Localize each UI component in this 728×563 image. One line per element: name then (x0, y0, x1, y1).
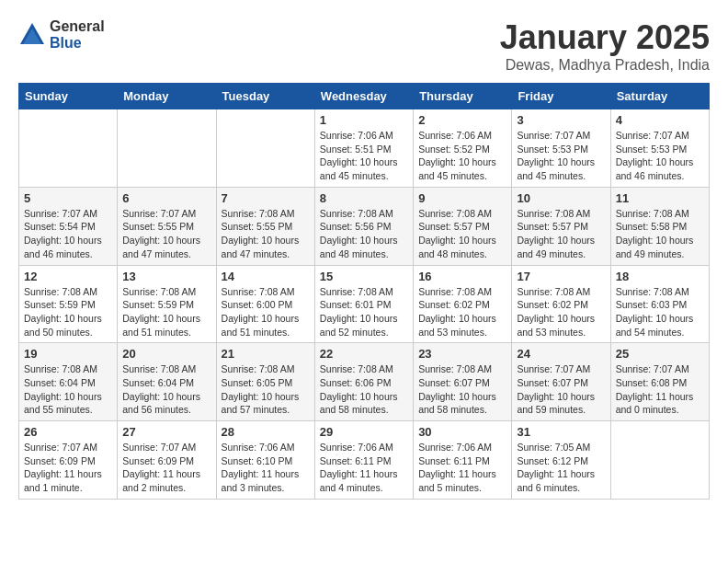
day-number: 25 (616, 347, 704, 361)
day-number: 20 (122, 347, 210, 361)
day-info: Sunrise: 7:07 AMSunset: 6:07 PMDaylight:… (517, 362, 605, 417)
day-number: 26 (24, 425, 112, 439)
page-header: General Blue January 2025 Dewas, Madhya … (18, 18, 710, 74)
calendar-cell: 24Sunrise: 7:07 AMSunset: 6:07 PMDayligh… (512, 343, 610, 421)
day-number: 1 (320, 113, 408, 127)
day-info: Sunrise: 7:08 AMSunset: 6:00 PMDaylight:… (222, 285, 310, 339)
calendar-cell: 18Sunrise: 7:08 AMSunset: 6:03 PMDayligh… (610, 265, 709, 343)
header-monday: Monday (118, 84, 216, 109)
day-info: Sunrise: 7:08 AMSunset: 6:02 PMDaylight:… (517, 285, 605, 339)
day-number: 28 (222, 425, 310, 439)
day-info: Sunrise: 7:08 AMSunset: 5:59 PMDaylight:… (122, 285, 210, 339)
day-info: Sunrise: 7:08 AMSunset: 6:07 PMDaylight:… (418, 362, 506, 417)
calendar-cell: 9Sunrise: 7:08 AMSunset: 5:57 PMDaylight… (414, 187, 512, 265)
calendar-week-2: 5Sunrise: 7:07 AMSunset: 5:54 PMDaylight… (19, 187, 710, 265)
calendar-cell: 10Sunrise: 7:08 AMSunset: 5:57 PMDayligh… (512, 187, 610, 265)
logo-icon (18, 21, 46, 49)
day-number: 14 (222, 270, 310, 283)
header-tuesday: Tuesday (216, 84, 314, 109)
calendar-subtitle: Dewas, Madhya Pradesh, India (500, 57, 710, 74)
day-number: 9 (418, 191, 506, 205)
calendar-week-4: 19Sunrise: 7:08 AMSunset: 6:04 PMDayligh… (19, 343, 710, 421)
day-info: Sunrise: 7:07 AMSunset: 5:55 PMDaylight:… (122, 207, 210, 261)
calendar-cell: 1Sunrise: 7:06 AMSunset: 5:51 PMDaylight… (314, 109, 413, 188)
calendar-cell (19, 109, 118, 188)
day-info: Sunrise: 7:06 AMSunset: 6:11 PMDaylight:… (320, 441, 408, 495)
day-number: 5 (24, 191, 112, 205)
day-info: Sunrise: 7:08 AMSunset: 6:04 PMDaylight:… (122, 362, 210, 417)
day-info: Sunrise: 7:07 AMSunset: 6:08 PMDaylight:… (616, 362, 704, 417)
day-number: 8 (320, 191, 408, 205)
day-info: Sunrise: 7:07 AMSunset: 5:54 PMDaylight:… (24, 207, 112, 261)
calendar-cell (610, 421, 709, 500)
calendar-cell: 15Sunrise: 7:08 AMSunset: 6:01 PMDayligh… (314, 265, 413, 343)
calendar-cell: 28Sunrise: 7:06 AMSunset: 6:10 PMDayligh… (216, 421, 314, 500)
day-info: Sunrise: 7:06 AMSunset: 5:52 PMDaylight:… (418, 129, 506, 183)
calendar-cell: 30Sunrise: 7:06 AMSunset: 6:11 PMDayligh… (414, 421, 512, 500)
day-number: 27 (122, 425, 210, 439)
calendar-cell: 19Sunrise: 7:08 AMSunset: 6:04 PMDayligh… (19, 343, 118, 421)
header-row: Sunday Monday Tuesday Wednesday Thursday… (19, 84, 710, 109)
calendar-cell: 25Sunrise: 7:07 AMSunset: 6:08 PMDayligh… (610, 343, 709, 421)
day-info: Sunrise: 7:06 AMSunset: 6:10 PMDaylight:… (222, 441, 310, 495)
day-number: 6 (122, 191, 210, 205)
day-number: 22 (320, 347, 408, 361)
day-info: Sunrise: 7:07 AMSunset: 6:09 PMDaylight:… (24, 441, 112, 495)
day-info: Sunrise: 7:08 AMSunset: 5:59 PMDaylight:… (24, 285, 112, 339)
day-number: 19 (24, 347, 112, 361)
logo-text: General Blue (50, 18, 105, 51)
calendar-cell: 27Sunrise: 7:07 AMSunset: 6:09 PMDayligh… (118, 421, 216, 500)
calendar-cell: 4Sunrise: 7:07 AMSunset: 5:53 PMDaylight… (610, 109, 709, 188)
day-info: Sunrise: 7:08 AMSunset: 6:01 PMDaylight:… (320, 285, 408, 339)
day-info: Sunrise: 7:05 AMSunset: 6:12 PMDaylight:… (517, 441, 605, 495)
logo-blue-text: Blue (50, 35, 105, 52)
calendar-cell: 13Sunrise: 7:08 AMSunset: 5:59 PMDayligh… (118, 265, 216, 343)
day-info: Sunrise: 7:08 AMSunset: 5:57 PMDaylight:… (418, 207, 506, 261)
day-info: Sunrise: 7:08 AMSunset: 6:05 PMDaylight:… (222, 362, 310, 417)
day-info: Sunrise: 7:08 AMSunset: 5:56 PMDaylight:… (320, 207, 408, 261)
calendar-cell: 17Sunrise: 7:08 AMSunset: 6:02 PMDayligh… (512, 265, 610, 343)
day-info: Sunrise: 7:08 AMSunset: 5:57 PMDaylight:… (517, 207, 605, 261)
calendar-week-3: 12Sunrise: 7:08 AMSunset: 5:59 PMDayligh… (19, 265, 710, 343)
calendar-cell: 6Sunrise: 7:07 AMSunset: 5:55 PMDaylight… (118, 187, 216, 265)
calendar-cell: 29Sunrise: 7:06 AMSunset: 6:11 PMDayligh… (314, 421, 413, 500)
day-info: Sunrise: 7:07 AMSunset: 5:53 PMDaylight:… (616, 129, 704, 183)
day-info: Sunrise: 7:08 AMSunset: 6:06 PMDaylight:… (320, 362, 408, 417)
day-info: Sunrise: 7:08 AMSunset: 5:58 PMDaylight:… (616, 207, 704, 261)
day-number: 7 (222, 191, 310, 205)
header-sunday: Sunday (19, 84, 118, 109)
day-number: 16 (418, 270, 506, 283)
day-number: 29 (320, 425, 408, 439)
logo-general-text: General (50, 18, 105, 35)
logo: General Blue (18, 18, 105, 51)
calendar-cell: 12Sunrise: 7:08 AMSunset: 5:59 PMDayligh… (19, 265, 118, 343)
day-number: 3 (517, 113, 605, 127)
title-area: January 2025 Dewas, Madhya Pradesh, Indi… (500, 18, 710, 74)
header-friday: Friday (512, 84, 610, 109)
day-number: 31 (517, 425, 605, 439)
calendar-cell (118, 109, 216, 188)
day-number: 4 (616, 113, 704, 127)
calendar-cell: 14Sunrise: 7:08 AMSunset: 6:00 PMDayligh… (216, 265, 314, 343)
day-info: Sunrise: 7:08 AMSunset: 6:02 PMDaylight:… (418, 285, 506, 339)
calendar-cell: 22Sunrise: 7:08 AMSunset: 6:06 PMDayligh… (314, 343, 413, 421)
calendar-cell: 2Sunrise: 7:06 AMSunset: 5:52 PMDaylight… (414, 109, 512, 188)
day-info: Sunrise: 7:08 AMSunset: 6:04 PMDaylight:… (24, 362, 112, 417)
day-info: Sunrise: 7:06 AMSunset: 6:11 PMDaylight:… (418, 441, 506, 495)
day-info: Sunrise: 7:07 AMSunset: 6:09 PMDaylight:… (122, 441, 210, 495)
day-number: 17 (517, 270, 605, 283)
day-info: Sunrise: 7:08 AMSunset: 5:55 PMDaylight:… (222, 207, 310, 261)
header-thursday: Thursday (414, 84, 512, 109)
calendar-title: January 2025 (500, 18, 710, 57)
day-info: Sunrise: 7:08 AMSunset: 6:03 PMDaylight:… (616, 285, 704, 339)
day-number: 10 (517, 191, 605, 205)
day-number: 15 (320, 270, 408, 283)
calendar-cell: 7Sunrise: 7:08 AMSunset: 5:55 PMDaylight… (216, 187, 314, 265)
calendar-cell: 23Sunrise: 7:08 AMSunset: 6:07 PMDayligh… (414, 343, 512, 421)
day-number: 2 (418, 113, 506, 127)
day-number: 30 (418, 425, 506, 439)
day-number: 21 (222, 347, 310, 361)
header-wednesday: Wednesday (314, 84, 413, 109)
calendar-cell: 5Sunrise: 7:07 AMSunset: 5:54 PMDaylight… (19, 187, 118, 265)
calendar-cell: 16Sunrise: 7:08 AMSunset: 6:02 PMDayligh… (414, 265, 512, 343)
